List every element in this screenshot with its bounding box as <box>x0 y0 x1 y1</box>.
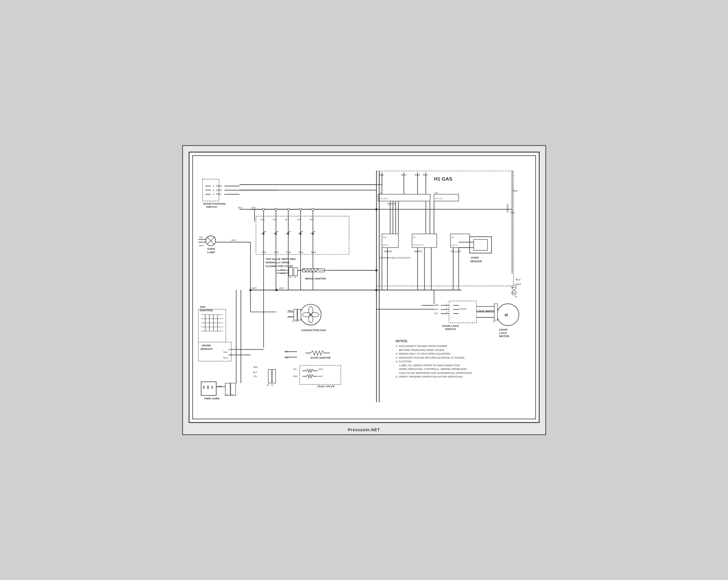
svg-rect-113 <box>289 267 292 276</box>
svg-text:P2: P2 <box>380 192 382 194</box>
svg-text:BLK: BLK <box>310 218 314 221</box>
svg-text:SENSOR: SENSOR <box>470 259 482 263</box>
svg-text:BEFORE REMOVING WIRE COVER.: BEFORE REMOVING WIRE COVER. <box>399 348 445 351</box>
svg-rect-229 <box>449 301 476 323</box>
svg-text:ORN: ORN <box>434 304 439 306</box>
svg-text:WHITE: WHITE <box>384 250 392 253</box>
svg-text:OVEN: OVEN <box>471 256 478 259</box>
svg-text:P2: P2 <box>515 296 517 298</box>
svg-point-78 <box>263 233 264 235</box>
svg-rect-153 <box>268 369 271 383</box>
svg-text:OVEN: OVEN <box>207 247 215 250</box>
diagram-inner: 1 2 3 ORN ORN RED DOOR POSITION SWITCH <box>192 155 536 419</box>
svg-text:WHT: WHT <box>199 244 204 247</box>
svg-text:P4: P4 <box>267 384 269 386</box>
svg-text:WHITE: WHITE <box>414 250 422 253</box>
svg-text:WHT: WHT <box>231 239 236 242</box>
svg-text:P2: P2 <box>294 276 296 278</box>
svg-text:BLU: BLU <box>423 173 428 176</box>
svg-text:BLK: BLK <box>392 256 396 259</box>
svg-text:3: 3 <box>446 311 447 313</box>
svg-text:MOTOR: MOTOR <box>499 334 509 338</box>
svg-text:VIO: VIO <box>434 312 438 315</box>
svg-text:NORMALLY OPEN,: NORMALLY OPEN, <box>265 261 290 264</box>
svg-text:M: M <box>504 313 508 317</box>
svg-text:WHT: WHT <box>516 283 521 285</box>
svg-text:GREEN: GREEN <box>506 203 509 212</box>
svg-point-279 <box>275 289 278 291</box>
svg-text:3. SERVICER PLEASE RETURN DIAG: 3. SERVICER PLEASE RETURN DIAGRAM TO RAN… <box>395 356 465 359</box>
svg-text:BAKE IGNITOR: BAKE IGNITOR <box>311 356 331 359</box>
svg-rect-129 <box>297 309 301 320</box>
svg-text:P2: P2 <box>493 321 495 323</box>
svg-text:BLK: BLK <box>260 218 265 221</box>
svg-text:BLK: BLK <box>285 218 289 221</box>
svg-text:RED: RED <box>280 272 285 275</box>
svg-text:7 6 5 4 3 2 1: 7 6 5 4 3 2 1 <box>413 244 423 246</box>
svg-text:CAL: CAL <box>401 256 406 259</box>
svg-rect-62 <box>256 216 349 254</box>
svg-rect-28 <box>198 309 226 342</box>
svg-text:LOCKED: LOCKED <box>459 308 466 309</box>
svg-point-79 <box>275 233 277 235</box>
svg-text:OXY: OXY <box>388 256 392 259</box>
svg-text:GRY: GRY <box>434 308 439 310</box>
svg-text:IGNITORS: IGNITORS <box>200 308 213 311</box>
svg-text:C4: C4 <box>271 384 274 386</box>
svg-text:BLK: BLK <box>252 206 256 209</box>
svg-text:C3: C3 <box>292 320 294 322</box>
svg-text:LABEL ALL WIRES PRIOR TO DISCO: LABEL ALL WIRES PRIOR TO DISCONNECTION <box>399 363 460 366</box>
watermark: Pressauto.NET <box>348 427 380 432</box>
svg-text:BLK: BLK <box>238 206 242 209</box>
svg-text:8 5 4 3 2 1: 8 5 4 3 2 1 <box>379 197 388 199</box>
svg-text:CAN CAUSE IMPROPER AND DANGERO: CAN CAUSE IMPROPER AND DANGEROUS OPERATI… <box>399 371 472 374</box>
svg-text:BLK: BLK <box>513 189 518 192</box>
svg-text:3: 3 <box>212 193 214 196</box>
svg-text:WHT: WHT <box>318 375 323 378</box>
svg-text:2: 2 <box>212 189 214 191</box>
svg-text:WHT: WHT <box>279 287 284 289</box>
svg-point-82 <box>312 233 314 235</box>
svg-text:BROIL IGNITOR: BROIL IGNITOR <box>305 277 326 280</box>
svg-text:CLOSED FOR START: CLOSED FOR START <box>265 265 293 268</box>
svg-text:C3: C3 <box>231 393 234 396</box>
svg-text:RED: RED <box>216 193 221 196</box>
svg-text:RED: RED <box>288 309 293 312</box>
svg-rect-166 <box>376 171 513 286</box>
svg-text:DOOR POSITION: DOOR POSITION <box>203 202 225 205</box>
svg-point-104 <box>299 208 302 210</box>
svg-point-81 <box>300 233 301 235</box>
svg-text:1: 1 <box>446 303 447 305</box>
svg-text:WHT: WHT <box>318 368 323 370</box>
svg-rect-222 <box>473 239 487 250</box>
svg-text:YEL: YEL <box>199 236 203 239</box>
svg-text:5 4 3 2 1: 5 4 3 2 1 <box>435 197 443 199</box>
svg-text:NOTICE:: NOTICE: <box>395 339 408 342</box>
diagram-frame: 1 2 3 ORN ORN RED DOOR POSITION SWITCH <box>189 151 540 423</box>
svg-text:P14: P14 <box>383 236 386 238</box>
svg-text:DUAL VALVE: DUAL VALVE <box>317 384 335 388</box>
svg-text:BLK: BLK <box>379 173 384 176</box>
svg-text:MODULE: MODULE <box>201 347 212 350</box>
svg-point-102 <box>275 208 277 210</box>
svg-text:TAN: TAN <box>223 351 227 354</box>
svg-text:WHITE: WHITE <box>387 202 395 205</box>
svg-point-101 <box>262 208 265 210</box>
svg-text:BLK: BLK <box>297 218 302 221</box>
svg-text:BLK: BLK <box>272 218 277 221</box>
svg-text:TOP: TOP <box>200 305 205 308</box>
svg-text:WHT: WHT <box>223 356 228 359</box>
svg-text:YEL: YEL <box>253 375 257 378</box>
svg-text:LAMP: LAMP <box>207 250 215 253</box>
svg-text:LOCK: LOCK <box>499 331 507 334</box>
svg-text:BLU: BLU <box>516 278 520 281</box>
svg-text:1. DISCONNECT RANGE FROM POWER: 1. DISCONNECT RANGE FROM POWER <box>395 344 447 348</box>
svg-text:ORN: ORN <box>216 185 222 187</box>
svg-text:RED: RED <box>293 375 297 378</box>
svg-text:P3: P3 <box>296 320 298 322</box>
svg-text:WHT: WHT <box>252 287 257 289</box>
svg-rect-49 <box>201 382 216 395</box>
svg-text:2. REFER ONLY TO FEATURES EQUI: 2. REFER ONLY TO FEATURES EQUIPPED. <box>395 352 451 355</box>
svg-text:BLK: BLK <box>253 371 257 374</box>
svg-text:SWITCH: SWITCH <box>206 205 217 209</box>
